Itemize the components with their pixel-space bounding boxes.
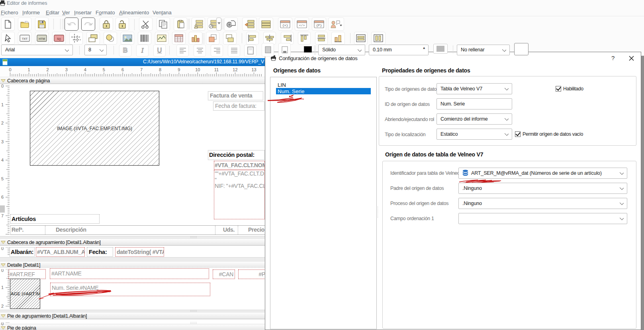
svg-text:0: 0 (1, 269, 4, 273)
svg-text:0: 0 (1, 247, 4, 251)
svg-text:8: 8 (159, 67, 161, 72)
svg-text:5: 5 (103, 67, 105, 72)
svg-text:2: 2 (1, 121, 4, 125)
svg-text:3: 3 (1, 139, 4, 144)
svg-text:4: 4 (1, 158, 4, 162)
svg-text:1: 1 (1, 285, 4, 290)
svg-text:2: 2 (47, 67, 49, 72)
svg-text:3: 3 (65, 67, 68, 72)
svg-text:12: 12 (233, 67, 237, 72)
svg-text:TXT: TXT (22, 37, 28, 41)
svg-text:{P}: {P} (316, 23, 322, 27)
svg-text:6: 6 (121, 67, 124, 72)
svg-text:</>: </> (299, 23, 305, 27)
svg-text:1: 1 (1, 102, 4, 107)
svg-text:10: 10 (195, 67, 200, 72)
svg-text:13: 13 (251, 67, 256, 72)
svg-text:0: 0 (1, 322, 4, 326)
svg-text:5: 5 (1, 176, 4, 181)
svg-text:0: 0 (9, 67, 11, 72)
svg-text:9: 9 (178, 67, 180, 72)
svg-text:7: 7 (140, 67, 143, 72)
svg-text:2: 2 (1, 304, 4, 309)
svg-text:6: 6 (1, 195, 4, 199)
svg-text:S(): S() (57, 37, 61, 41)
svg-text:1: 1 (28, 67, 30, 72)
svg-text:HTM: HTM (39, 37, 45, 41)
svg-text:{x}: {x} (282, 23, 288, 27)
svg-text:0: 0 (1, 84, 4, 88)
svg-text:7: 7 (1, 213, 4, 218)
svg-text:4: 4 (84, 67, 86, 72)
svg-text:11: 11 (214, 67, 219, 72)
